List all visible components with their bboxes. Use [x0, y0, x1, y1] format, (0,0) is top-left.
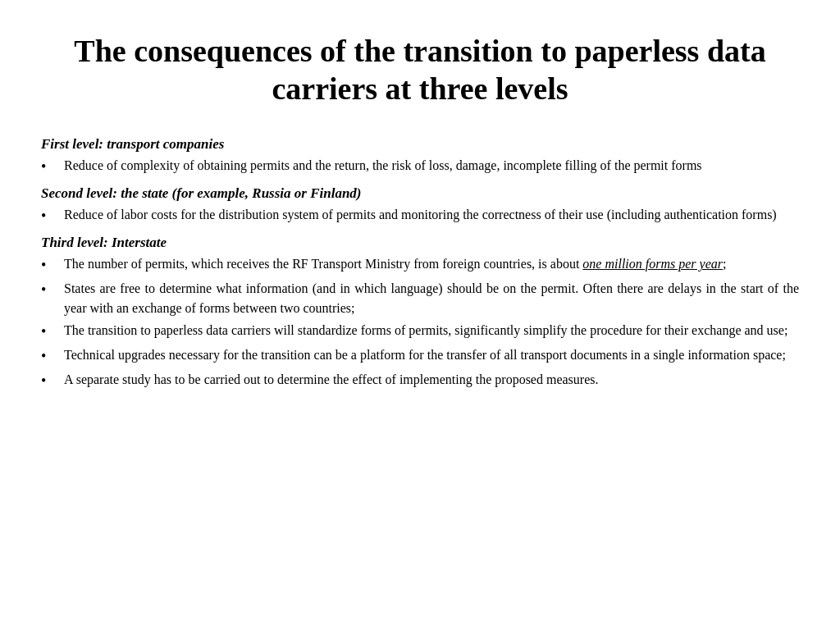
- bullet-symbol: •: [41, 205, 64, 226]
- bullet-text-before: The number of permits, which receives th…: [64, 257, 582, 271]
- bullet-list-second-level: • Reduce of labor costs for the distribu…: [41, 205, 799, 226]
- page-title: The consequences of the transition to pa…: [41, 33, 799, 107]
- bullet-symbol: •: [41, 156, 64, 177]
- section-first-level: First level: transport companies • Reduc…: [41, 136, 799, 177]
- bullet-symbol: •: [41, 254, 64, 276]
- section-second-level: Second level: the state (for example, Ru…: [41, 185, 799, 226]
- list-item: • The number of permits, which receives …: [41, 254, 799, 276]
- bullet-text: The transition to paperless data carrier…: [64, 321, 799, 340]
- bullet-symbol: •: [41, 370, 64, 391]
- bullet-text: A separate study has to be carried out t…: [64, 370, 799, 389]
- list-item: • Technical upgrades necessary for the t…: [41, 345, 799, 367]
- list-item: • Reduce of labor costs for the distribu…: [41, 205, 799, 226]
- list-item: • A separate study has to be carried out…: [41, 370, 799, 391]
- bullet-symbol: •: [41, 321, 64, 342]
- list-item: • States are free to determine what info…: [41, 279, 799, 317]
- list-item: • Reduce of complexity of obtaining perm…: [41, 156, 799, 177]
- heading-first-level: First level: transport companies: [41, 136, 799, 153]
- bullet-symbol: •: [41, 345, 64, 367]
- bullet-list-third-level: • The number of permits, which receives …: [41, 254, 799, 391]
- bullet-text: Reduce of complexity of obtaining permit…: [64, 156, 799, 175]
- bullet-symbol: •: [41, 279, 64, 300]
- bullet-text: States are free to determine what inform…: [64, 279, 799, 317]
- bullet-text-underlined: one million forms per year: [582, 257, 723, 271]
- bullet-text: Reduce of labor costs for the distributi…: [64, 205, 799, 224]
- list-item: • The transition to paperless data carri…: [41, 321, 799, 342]
- bullet-text: Technical upgrades necessary for the tra…: [64, 345, 799, 364]
- bullet-list-first-level: • Reduce of complexity of obtaining perm…: [41, 156, 799, 177]
- bullet-text-after: ;: [723, 257, 726, 271]
- section-third-level: Third level: Interstate • The number of …: [41, 235, 799, 391]
- heading-second-level: Second level: the state (for example, Ru…: [41, 185, 799, 202]
- bullet-text-with-underline: The number of permits, which receives th…: [64, 254, 799, 273]
- main-content: The consequences of the transition to pa…: [41, 33, 799, 391]
- heading-third-level: Third level: Interstate: [41, 235, 799, 251]
